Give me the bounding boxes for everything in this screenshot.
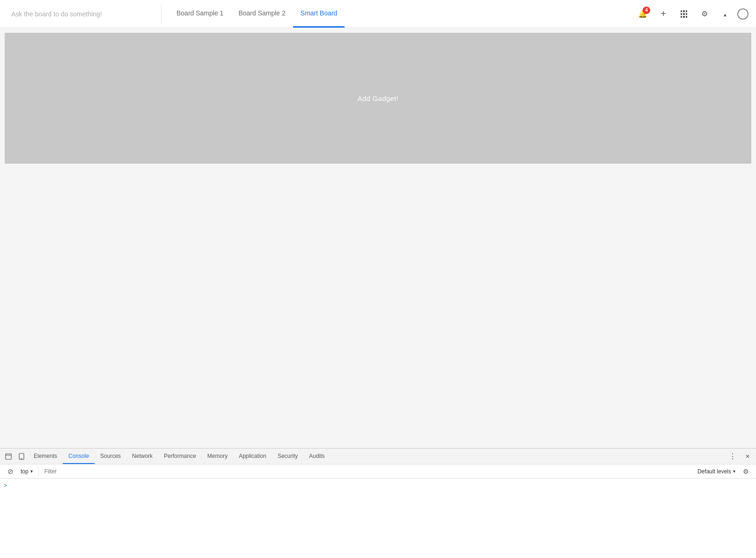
devtools-tab-performance[interactable]: Performance xyxy=(158,449,202,464)
svg-rect-0 xyxy=(6,454,11,459)
collapse-button[interactable] xyxy=(717,6,734,22)
notification-badge: 4 xyxy=(643,7,650,14)
context-chevron-icon: ▾ xyxy=(30,469,33,474)
devtools-inspect-icon[interactable] xyxy=(2,450,15,463)
devtools-console[interactable]: > xyxy=(0,478,756,558)
grid-button[interactable] xyxy=(675,6,692,22)
devtools-device-icon[interactable] xyxy=(15,450,28,463)
plus-icon xyxy=(661,8,666,19)
ask-placeholder[interactable]: Ask the board to do something! xyxy=(7,10,157,18)
gear-icon xyxy=(701,9,708,19)
tab-smart-board[interactable]: Smart Board xyxy=(293,0,345,28)
devtools-tab-memory[interactable]: Memory xyxy=(202,449,233,464)
tabs-container: Board Sample 1 Board Sample 2 Smart Boar… xyxy=(165,0,634,28)
devtools-tab-console[interactable]: Console xyxy=(63,449,95,464)
gadget-area[interactable]: Add Gadget! xyxy=(5,33,751,164)
devtools-tab-network[interactable]: Network xyxy=(126,449,158,464)
devtools-tab-security[interactable]: Security xyxy=(272,449,303,464)
devtools-tab-sources[interactable]: Sources xyxy=(95,449,126,464)
grid-icon xyxy=(681,10,687,18)
settings-button[interactable] xyxy=(696,6,713,22)
devtools-tab-application[interactable]: Application xyxy=(233,449,272,464)
devtools-settings-icon[interactable]: ⚙ xyxy=(739,465,752,478)
levels-selector[interactable]: Default levels ▾ xyxy=(696,467,737,476)
devtools-tabs: Elements Console Sources Network Perform… xyxy=(0,449,756,464)
cursor-indicator xyxy=(737,8,749,20)
add-button[interactable] xyxy=(655,6,672,22)
devtools-kebab-menu[interactable]: ⋮ xyxy=(726,450,739,463)
tab-board-sample-2[interactable]: Board Sample 2 xyxy=(231,0,293,28)
tab-board-sample-1[interactable]: Board Sample 1 xyxy=(169,0,231,28)
devtools-tab-elements[interactable]: Elements xyxy=(28,449,63,464)
devtools-tab-audits[interactable]: Audits xyxy=(303,449,330,464)
notification-button[interactable]: 4 xyxy=(634,6,651,22)
devtools-toolbar: ⊘ top ▾ Default levels ▾ ⚙ xyxy=(0,464,756,478)
devtools-tab-actions: ⋮ ✕ xyxy=(726,450,754,463)
console-filter-input[interactable] xyxy=(43,467,694,476)
header: Ask the board to do something! Board Sam… xyxy=(0,0,756,28)
devtools-panel: Elements Console Sources Network Perform… xyxy=(0,448,756,558)
header-actions: 4 xyxy=(634,6,749,22)
devtools-close-button[interactable]: ✕ xyxy=(741,450,754,463)
chevron-up-icon xyxy=(723,9,727,19)
toolbar-divider xyxy=(38,467,39,476)
gadget-label: Add Gadget! xyxy=(358,94,399,102)
console-prompt[interactable]: > xyxy=(4,480,752,491)
content-empty-area xyxy=(0,164,756,337)
header-divider xyxy=(161,5,161,23)
devtools-ban-icon[interactable]: ⊘ xyxy=(4,465,17,478)
context-selector[interactable]: top ▾ xyxy=(19,467,35,476)
main-content: Add Gadget! xyxy=(0,33,756,337)
levels-chevron-icon: ▾ xyxy=(733,469,735,474)
